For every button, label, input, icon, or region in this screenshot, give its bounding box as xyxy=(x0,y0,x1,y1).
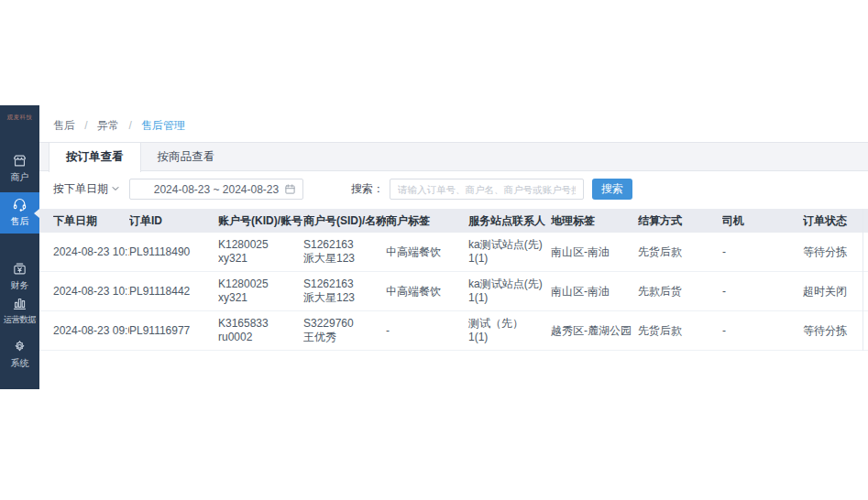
account-kid: K3165833 xyxy=(218,317,298,331)
order-status: 等待分拣 xyxy=(803,245,868,260)
sidebar-item-merchant[interactable]: 商户 xyxy=(0,153,39,184)
main-content: 售后 / 异常 / 售后管理 按订单查看 按商品查看 按下单日期 2024-08… xyxy=(39,105,868,351)
settlement: 先货后款 xyxy=(638,323,722,339)
search-input[interactable] xyxy=(390,179,584,200)
brand-logo: 观麦科技 xyxy=(0,114,39,122)
site-contact: 测试（先） xyxy=(468,317,545,331)
order-id: PL91118442 xyxy=(129,285,218,298)
breadcrumb-item-current[interactable]: 售后管理 xyxy=(141,119,185,132)
calendar-icon xyxy=(284,183,296,198)
breadcrumb-separator: / xyxy=(84,119,87,132)
breadcrumb-separator: / xyxy=(128,119,131,132)
search-button[interactable]: 搜索 xyxy=(592,179,632,200)
table-row[interactable]: 2024-08-23 10:15:52 PL91118490 K1280025 … xyxy=(39,233,868,272)
date-filter-label: 按下单日期 xyxy=(53,182,108,195)
app-window: 观麦科技 商户 售后 xyxy=(0,105,868,394)
sidebar: 观麦科技 商户 售后 xyxy=(0,105,39,389)
tab-by-order[interactable]: 按订单查看 xyxy=(49,143,141,172)
breadcrumb: 售后 / 异常 / 售后管理 xyxy=(39,105,868,134)
order-date: 2024-08-23 10:13:53 xyxy=(53,285,129,298)
site-contact-cell: 测试（先） 1(1) xyxy=(468,317,551,344)
merchant-sid: S1262163 xyxy=(303,277,380,291)
table-row[interactable]: 2024-08-23 10:13:53 PL91118442 K1280025 … xyxy=(39,272,868,311)
sidebar-item-system[interactable]: 系统 xyxy=(0,339,39,370)
site-contact-cell: ka测试站点(先) 1(1) xyxy=(468,238,551,266)
merchant-sid: S3229760 xyxy=(303,317,380,331)
view-tabs: 按订单查看 按商品查看 xyxy=(39,142,868,171)
settlement: 先货后款 xyxy=(638,245,722,260)
account-cell: K1280025 xy321 xyxy=(218,277,303,305)
sidebar-item-label: 商户 xyxy=(0,171,39,184)
merchant-cell: S3229760 王优秀 xyxy=(303,317,386,344)
order-id: PL91116977 xyxy=(129,324,218,337)
column-header: 账户号(KID)/账号 xyxy=(218,213,303,229)
date-filter-dropdown[interactable]: 按下单日期 xyxy=(53,181,120,197)
sidebar-item-label: 财务 xyxy=(0,279,39,292)
filter-bar: 按下单日期 2024-08-23 ~ 2024-08-23 搜索： 搜索 xyxy=(39,171,868,208)
sidebar-item-aftersales[interactable]: 售后 xyxy=(0,192,39,234)
fixed-column-divider xyxy=(863,209,863,351)
merchant-cell: S1262163 派大星123 xyxy=(303,277,386,305)
column-header: 商户标签 xyxy=(386,213,468,229)
account-name: xy321 xyxy=(218,252,298,266)
sidebar-item-label: 售后 xyxy=(0,215,39,228)
merchant-cell: S1262163 派大星123 xyxy=(303,238,386,266)
geo-tag: 越秀区-麓湖公园 xyxy=(551,323,638,339)
sidebar-item-label: 系统 xyxy=(0,357,39,370)
driver: - xyxy=(722,324,803,337)
column-header: 服务站点联系人 xyxy=(468,213,551,229)
breadcrumb-item-aftersales[interactable]: 售后 xyxy=(53,119,75,132)
column-header: 商户号(SID)/名称 xyxy=(303,213,386,229)
account-name: xy321 xyxy=(218,291,298,305)
tab-by-product[interactable]: 按商品查看 xyxy=(141,143,232,171)
date-range-value: 2024-08-23 ~ 2024-08-23 xyxy=(154,183,279,196)
column-header: 订单ID xyxy=(129,213,218,229)
driver: - xyxy=(722,285,803,298)
order-status: 超时关闭 xyxy=(803,284,868,299)
storefront-icon xyxy=(0,153,39,169)
geo-tag: 南山区-南油 xyxy=(551,284,638,299)
column-header: 结算方式 xyxy=(638,213,722,229)
bar-chart-icon xyxy=(0,296,39,312)
chevron-down-icon xyxy=(108,182,120,195)
merchant-name: 王优秀 xyxy=(303,331,380,344)
order-id: PL91118490 xyxy=(129,245,218,258)
cashbox-icon xyxy=(0,261,39,277)
merchant-name: 派大星123 xyxy=(303,291,380,305)
column-header: 下单日期 xyxy=(53,213,129,229)
settlement: 先款后货 xyxy=(638,284,722,299)
site-count: 1(1) xyxy=(468,291,545,305)
column-header: 订单状态 xyxy=(803,213,868,229)
account-kid: K1280025 xyxy=(218,238,298,252)
sidebar-item-operations[interactable]: 运营数据 xyxy=(0,296,39,326)
sidebar-item-finance[interactable]: 财务 xyxy=(0,261,39,292)
order-date: 2024-08-23 09:07:06 xyxy=(53,324,129,337)
headset-icon xyxy=(0,197,39,213)
order-date: 2024-08-23 10:15:52 xyxy=(53,245,129,258)
account-name: ru0002 xyxy=(218,331,298,344)
merchant-tag: 中高端餐饮 xyxy=(386,284,468,299)
order-status: 等待分拣 xyxy=(803,323,868,339)
date-range-input[interactable]: 2024-08-23 ~ 2024-08-23 xyxy=(129,179,303,200)
account-cell: K1280025 xy321 xyxy=(218,238,303,266)
merchant-tag: - xyxy=(386,324,468,337)
account-cell: K3165833 ru0002 xyxy=(218,317,303,344)
orders-table: 下单日期 订单ID 账户号(KID)/账号 商户号(SID)/名称 商户标签 服… xyxy=(39,209,868,351)
driver: - xyxy=(722,245,803,258)
search-label: 搜索： xyxy=(351,181,384,197)
breadcrumb-item-abnormal[interactable]: 异常 xyxy=(97,119,119,132)
sidebar-item-label: 运营数据 xyxy=(0,314,39,326)
table-row[interactable]: 2024-08-23 09:07:06 PL91116977 K3165833 … xyxy=(39,311,868,351)
account-kid: K1280025 xyxy=(218,277,298,291)
column-header: 司机 xyxy=(722,213,803,229)
gear-icon xyxy=(0,339,39,355)
merchant-name: 派大星123 xyxy=(303,252,380,266)
site-contact: ka测试站点(先) xyxy=(468,238,545,252)
table-header-row: 下单日期 订单ID 账户号(KID)/账号 商户号(SID)/名称 商户标签 服… xyxy=(39,209,868,233)
column-header: 地理标签 xyxy=(551,213,638,229)
site-contact: ka测试站点(先) xyxy=(468,277,545,291)
geo-tag: 南山区-南油 xyxy=(551,245,638,260)
merchant-tag: 中高端餐饮 xyxy=(386,245,468,260)
site-count: 1(1) xyxy=(468,252,545,266)
site-count: 1(1) xyxy=(468,331,545,344)
